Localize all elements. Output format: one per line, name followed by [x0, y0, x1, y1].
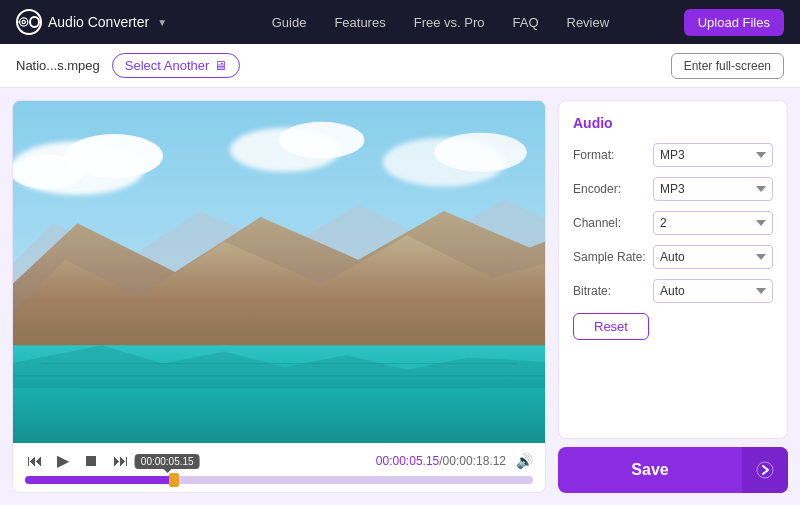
svg-point-10	[434, 133, 527, 172]
rewind-button[interactable]: ⏮	[25, 450, 45, 472]
seek-fill	[25, 476, 177, 484]
save-arrow-icon[interactable]	[742, 447, 788, 493]
fullscreen-button[interactable]: Enter full-screen	[671, 53, 784, 79]
main-content: ⏮ ▶ ⏹ ⏭ 00:00:05.15/00:00:18.12 🔊 00:00:…	[0, 88, 800, 505]
channel-select[interactable]: 2 1	[653, 211, 773, 235]
video-thumbnail	[13, 101, 545, 443]
video-controls: ⏮ ▶ ⏹ ⏭ 00:00:05.15/00:00:18.12 🔊 00:00:…	[13, 443, 545, 492]
nav-review[interactable]: Review	[567, 15, 610, 30]
seek-handle[interactable]	[169, 473, 179, 487]
nav-links: Guide Features Free vs. Pro FAQ Review	[197, 15, 684, 30]
select-another-label: Select Another	[125, 58, 210, 73]
time-current: 00:00:05.15	[376, 454, 439, 468]
svg-point-0	[20, 18, 28, 26]
save-button-label: Save	[558, 447, 742, 493]
format-row: Format: MP3 AAC WAV FLAC	[573, 143, 773, 167]
select-another-button[interactable]: Select Another 🖥	[112, 53, 241, 78]
seek-bar[interactable]	[25, 476, 533, 484]
toolbar: Natio...s.mpeg Select Another 🖥 Enter fu…	[0, 44, 800, 88]
audio-section-title: Audio	[573, 115, 773, 131]
nav-guide[interactable]: Guide	[272, 15, 307, 30]
save-button-container[interactable]: Save	[558, 447, 788, 493]
controls-row: ⏮ ▶ ⏹ ⏭ 00:00:05.15/00:00:18.12 🔊	[25, 449, 533, 472]
svg-point-6	[13, 155, 84, 189]
svg-point-1	[22, 20, 25, 23]
encoder-select[interactable]: MP3 AAC	[653, 177, 773, 201]
arrow-right-icon	[756, 461, 774, 479]
sample-rate-label: Sample Rate:	[573, 250, 653, 264]
stop-button[interactable]: ⏹	[81, 450, 101, 472]
format-select[interactable]: MP3 AAC WAV FLAC	[653, 143, 773, 167]
monitor-icon: 🖥	[214, 58, 227, 73]
nav-features[interactable]: Features	[334, 15, 385, 30]
logo-chevron: ▼	[157, 17, 167, 28]
seek-tooltip: 00:00:05.15	[135, 454, 200, 469]
nav-logo[interactable]: Audio Converter ▼	[16, 9, 167, 35]
logo-text: Audio Converter	[48, 14, 149, 30]
nav-faq[interactable]: FAQ	[512, 15, 538, 30]
video-player: ⏮ ▶ ⏹ ⏭ 00:00:05.15/00:00:18.12 🔊 00:00:…	[12, 100, 546, 493]
volume-icon[interactable]: 🔊	[516, 453, 533, 469]
right-panel: Audio Format: MP3 AAC WAV FLAC Encoder: …	[558, 100, 788, 493]
encoder-label: Encoder:	[573, 182, 653, 196]
time-total: 00:00:18.12	[443, 454, 506, 468]
file-name: Natio...s.mpeg	[16, 58, 100, 73]
seek-container[interactable]: 00:00:05.15	[25, 476, 533, 484]
channel-label: Channel:	[573, 216, 653, 230]
video-area	[13, 101, 545, 443]
svg-point-8	[279, 122, 365, 159]
upload-files-button[interactable]: Upload Files	[684, 9, 784, 36]
format-label: Format:	[573, 148, 653, 162]
nav-free-vs-pro[interactable]: Free vs. Pro	[414, 15, 485, 30]
bitrate-select[interactable]: Auto 128k 192k 320k	[653, 279, 773, 303]
sample-rate-row: Sample Rate: Auto 44100 48000	[573, 245, 773, 269]
audio-settings-panel: Audio Format: MP3 AAC WAV FLAC Encoder: …	[558, 100, 788, 439]
reset-button[interactable]: Reset	[573, 313, 649, 340]
encoder-row: Encoder: MP3 AAC	[573, 177, 773, 201]
sample-rate-select[interactable]: Auto 44100 48000	[653, 245, 773, 269]
fast-forward-button[interactable]: ⏭	[111, 450, 131, 472]
bitrate-label: Bitrate:	[573, 284, 653, 298]
logo-icon	[16, 9, 42, 35]
play-button[interactable]: ▶	[55, 449, 71, 472]
logo-svg	[18, 15, 29, 29]
svg-point-19	[757, 462, 773, 478]
channel-row: Channel: 2 1	[573, 211, 773, 235]
bitrate-row: Bitrate: Auto 128k 192k 320k	[573, 279, 773, 303]
navbar: Audio Converter ▼ Guide Features Free vs…	[0, 0, 800, 44]
